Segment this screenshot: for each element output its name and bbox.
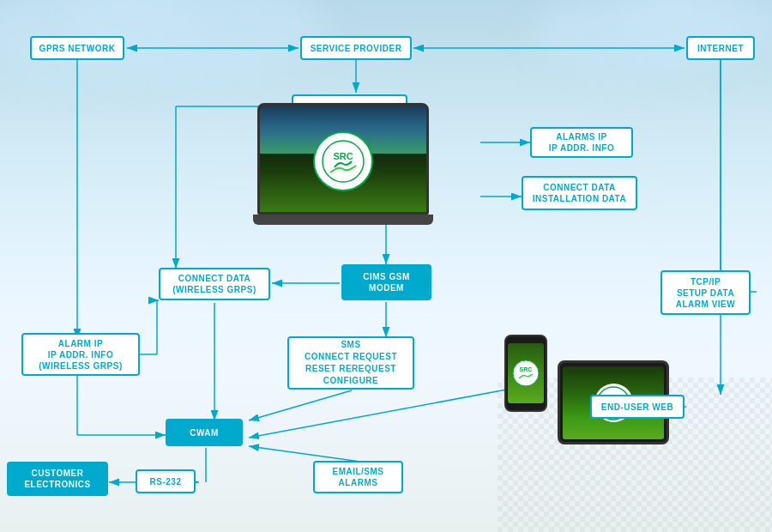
phone-device: SRC	[504, 335, 556, 420]
sms-connect-node: SMSCONNECT REQUESTRESET REREQUESTCONFIGU…	[287, 336, 414, 390]
svg-point-31	[323, 141, 364, 182]
svg-text:SRC: SRC	[520, 366, 533, 372]
gprs-network-node: GPRS NETWORK	[30, 36, 124, 60]
email-sms-alarms-node: EMAIL/SMSALARMS	[313, 461, 403, 493]
customer-electronics-node: CUSTOMERELECTRONICS	[7, 462, 108, 496]
end-user-web-node: END-USER WEB	[590, 395, 685, 419]
svg-text:SRC: SRC	[333, 151, 353, 161]
svg-point-33	[513, 360, 539, 386]
laptop-base	[253, 215, 433, 225]
alarms-ip-node: ALARMS IPIP ADDR. INFO	[530, 127, 633, 158]
connect-data-installation-node: CONNECT DATAINSTALLATION DATA	[522, 176, 637, 210]
cims-gsm-modem-node: CIMS GSMMODEM	[341, 264, 431, 300]
internet-node: INTERNET	[686, 36, 755, 60]
tcp-setup-node: TCP/IPSETUP DATAALARM VIEW	[660, 270, 751, 315]
connect-data-wireless-node: CONNECT DATA(WIRELESS GRPS)	[159, 268, 270, 300]
alarm-ip-wireless-node: ALARM IPIP ADDR. INFO(WIRELESS GRPS)	[21, 333, 140, 376]
laptop-device: SRC	[249, 103, 437, 240]
service-provider-node: SERVICE PROVIDER	[300, 36, 412, 60]
src-logo-laptop: SRC	[313, 131, 373, 191]
cwam-node: CWAM	[166, 419, 243, 446]
phone-screen: SRC	[508, 343, 544, 403]
laptop-screen: SRC	[257, 103, 429, 215]
rs232-node: RS-232	[136, 469, 196, 493]
phone-body: SRC	[504, 335, 547, 412]
